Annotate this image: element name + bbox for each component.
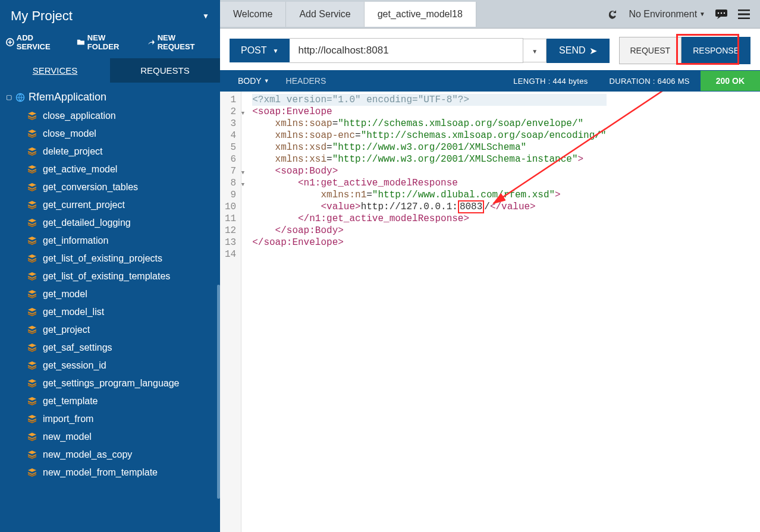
tab-add-service[interactable]: Add Service [286,2,364,27]
chat-icon [715,9,728,20]
tree-item-label: new_model_from_template [43,467,158,478]
main-panel: Welcome Add Service get_active_model18 N… [220,0,760,532]
chat-button[interactable] [715,8,728,21]
caret-down-icon: ▼ [699,11,705,17]
tree-item[interactable]: get_list_of_existing_templates [27,267,220,285]
tree-item[interactable]: new_model_as_copy [27,446,220,464]
operation-icon [27,237,37,245]
tree-item-label: get_active_model [43,164,117,175]
tree-item[interactable]: get_saf_settings [27,339,220,357]
response-length: LENGTH : 444 bytes [503,77,598,86]
tree-item[interactable]: delete_project [27,143,220,160]
refresh-icon [607,8,618,20]
tree-root[interactable]: ▢ RfemApplication [4,87,220,107]
tree-item[interactable]: new_model [27,428,220,446]
top-tabs: Welcome Add Service get_active_model18 N… [220,0,760,29]
add-service-button[interactable]: ADD SERVICE [6,33,68,51]
operation-icon [27,468,37,477]
tree-item-label: get_settings_program_language [43,378,180,389]
response-duration: DURATION : 6406 MS [599,77,701,86]
new-request-button[interactable]: NEW REQUEST [147,33,214,51]
tree-item[interactable]: get_current_project [27,196,220,214]
operation-icon [27,379,37,388]
operation-icon [27,219,37,227]
folder-plus-icon [77,38,85,46]
tree-item-label: get_conversion_tables [43,182,138,193]
tab-services[interactable]: SERVICES [0,58,110,83]
annotation-port-highlight: 8083 [458,200,484,213]
operation-icon [27,112,37,120]
tree-list: close_applicationclose_modeldelete_proje… [4,107,220,481]
sidebar: My Project ▼ ADD SERVICE NEW FOLDER NEW … [0,0,220,532]
tree-item-label: get_template [43,396,98,407]
project-title: My Project [11,8,73,24]
tree-item[interactable]: close_model [27,125,220,143]
tree-item[interactable]: close_application [27,107,220,125]
tree-item[interactable]: get_session_id [27,357,220,374]
caret-down-icon: ▼ [264,78,269,84]
project-caret-icon[interactable]: ▼ [202,12,209,20]
operation-icon [27,201,37,209]
tree-item-label: close_model [43,128,96,139]
caret-down-icon: ▼ [273,48,279,54]
tree-item-label: get_information [43,235,108,246]
tree-item[interactable]: get_list_of_existing_projects [27,250,220,267]
req-resp-toggle: REQUEST RESPONSE [619,37,751,64]
menu-button[interactable] [737,8,750,21]
tree-item-label: import_from [43,414,93,424]
tree-item-label: get_current_project [43,200,125,210]
tab-active-request[interactable]: get_active_model18 [365,2,476,27]
tree-item[interactable]: get_settings_program_language [27,374,220,392]
operation-icon [27,308,37,316]
tree-item[interactable]: get_conversion_tables [27,178,220,196]
tree-item[interactable]: import_from [27,410,220,428]
tree-item[interactable]: get_project [27,321,220,339]
operation-icon [27,451,37,459]
project-header[interactable]: My Project ▼ [0,0,220,30]
tab-welcome[interactable]: Welcome [220,2,286,27]
http-method-selector[interactable]: POST ▼ [230,39,290,62]
tree-item-label: get_detailed_logging [43,218,131,228]
svg-point-5 [724,12,725,13]
operation-icon [27,397,37,405]
url-input[interactable] [290,38,523,63]
line-gutter: 12▼34567▼8▼91011121314 [220,92,241,532]
request-view-button[interactable]: REQUEST [619,37,682,64]
url-history-dropdown[interactable]: ▼ [523,39,547,62]
tree-item[interactable]: new_model_from_template [27,464,220,481]
operation-icon [27,254,37,263]
request-bar: POST ▼ ▼ SEND ➤ REQUEST RESPONSE [220,29,760,70]
operation-icon [27,165,37,174]
collapse-icon[interactable]: ▢ [6,93,12,101]
service-tree: ▢ RfemApplication close_applicationclose… [0,83,220,532]
tree-item-label: get_model [43,289,87,300]
response-status: 200 OK [701,71,760,91]
send-arrow-icon: ➤ [589,45,597,56]
tree-item-label: get_list_of_existing_projects [43,253,162,264]
tree-item-label: delete_project [43,146,103,157]
tree-item[interactable]: get_active_model [27,160,220,178]
tree-item-label: get_session_id [43,360,106,371]
operation-icon [27,147,37,156]
tree-item[interactable]: get_template [27,392,220,410]
xml-code[interactable]: <?xml version="1.0" encoding="UTF-8"?><s… [241,92,606,532]
tree-item[interactable]: get_detailed_logging [27,214,220,232]
refresh-button[interactable] [606,8,619,21]
response-view-button[interactable]: RESPONSE [682,37,750,64]
environment-selector[interactable]: No Environment ▼ [629,9,705,20]
globe-icon [15,93,25,102]
tree-item[interactable]: get_information [27,232,220,250]
operation-icon [27,433,37,441]
tree-root-label: RfemApplication [29,91,106,103]
body-tab[interactable]: BODY ▼ [230,71,278,91]
svg-point-4 [721,12,722,13]
tree-item[interactable]: get_model_list [27,303,220,321]
new-folder-button[interactable]: NEW FOLDER [77,33,139,51]
tab-requests[interactable]: REQUESTS [110,58,220,83]
tree-item-label: get_list_of_existing_templates [43,271,170,282]
send-button[interactable]: SEND ➤ [547,39,609,63]
response-body[interactable]: 12▼34567▼8▼91011121314 <?xml version="1.… [220,92,760,532]
response-header-bar: BODY ▼ HEADERS LENGTH : 444 bytes DURATI… [220,70,760,92]
tree-item[interactable]: get_model [27,285,220,303]
headers-tab[interactable]: HEADERS [278,71,335,91]
